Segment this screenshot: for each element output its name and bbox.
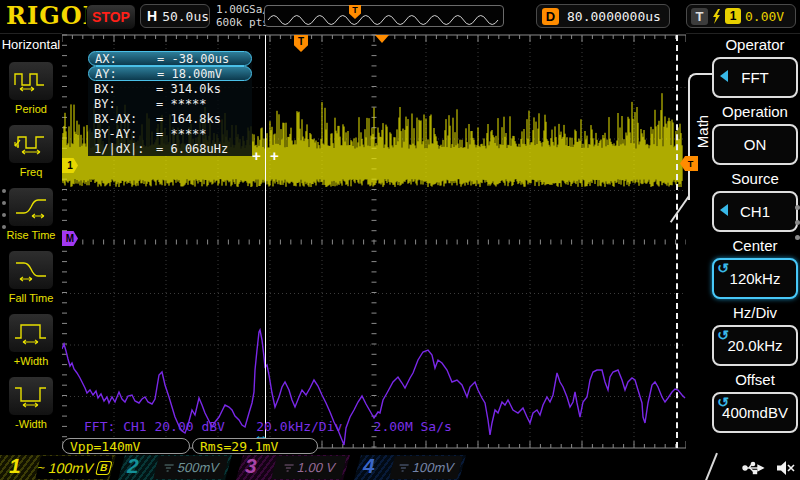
menu-hzdiv[interactable]: Hz/Div ↺20.0kHz (712, 304, 798, 366)
trigger-edge-icon (712, 9, 721, 24)
trigger-info-box[interactable]: T 1 0.00V (686, 4, 796, 28)
menu-item-plus-width[interactable]: +Width (0, 313, 62, 367)
speaker-muted-icon (776, 460, 796, 476)
channel-3-status[interactable]: 3 1.00 V (236, 455, 350, 480)
menu-item-period[interactable]: Period (0, 61, 62, 115)
ground-coupling-icon (397, 463, 410, 473)
knob-icon: ↺ (717, 260, 729, 276)
channel-scale: 1.00 V (296, 460, 337, 475)
cursor-track-marker-a: + (252, 151, 261, 161)
menu-item-label: Rise Time (7, 229, 56, 241)
minus-width-icon (12, 384, 50, 408)
menu-item-freq[interactable]: Freq (0, 124, 62, 178)
cursor-track-marker-b: + (270, 151, 279, 161)
cursor-row: BY-AY:= ***** (88, 126, 252, 141)
delay-value: 80.0000000us (567, 9, 661, 24)
display-area: + + T 1 M AX:= -38.00us AY:= 18.00mV BX:… (62, 33, 686, 455)
cursor-b-line[interactable] (676, 35, 678, 448)
channel-scale: 100mV (47, 460, 95, 476)
trigger-label: T (691, 8, 708, 25)
horizontal-scale-box[interactable]: H 50.0us (140, 4, 210, 28)
fall-time-icon (12, 258, 50, 282)
cursor-row: 1/|dX|:= 6.068uHz (88, 141, 252, 156)
cursor-row: BY:= ***** (88, 96, 252, 111)
measurement-vpp: Vpp=140mV (62, 438, 190, 454)
ac-coupling-icon: ~ (36, 460, 47, 475)
trigger-source-badge: 1 (725, 8, 741, 24)
channel-1-status[interactable]: 1 ~ 100mV B (0, 455, 116, 480)
plus-width-icon (12, 321, 50, 345)
delay-label: D (542, 8, 559, 25)
cursor-row: AY:= 18.00mV (88, 66, 252, 81)
menu-offset[interactable]: Offset ↺400mdBV (712, 371, 798, 433)
display-center-marker (375, 35, 389, 43)
menu-item-label: -Width (15, 418, 47, 430)
channel-scale: 100mV (411, 460, 456, 475)
oscilloscope-screen: RIGOL STOP H 50.0us 1.00GSa/s 600k pts T… (0, 0, 800, 480)
top-status-bar: RIGOL STOP H 50.0us 1.00GSa/s 600k pts T… (0, 0, 800, 34)
knob-icon: ↺ (717, 394, 729, 410)
run-state-badge[interactable]: STOP (86, 4, 136, 30)
menu-item-label: Period (15, 103, 47, 115)
cursor-measurement-panel: AX:= -38.00us AY:= 18.00mV BX:= 314.0ks … (88, 51, 252, 156)
menu-source[interactable]: Source CH1 (712, 170, 798, 232)
menu-item-fall-time[interactable]: Fall Time (0, 250, 62, 304)
waveform-preview-bar[interactable]: T (264, 5, 504, 27)
math-menu-tab[interactable]: Math (688, 73, 712, 200)
h-scale-value: 50.0us (162, 9, 209, 24)
preview-wave (265, 6, 503, 26)
period-icon (12, 69, 50, 93)
bandwidth-limit-badge: B (96, 461, 113, 475)
menu-operator[interactable]: Operator FFT (712, 36, 798, 98)
left-function-menu: Horizontal Period Freq Rise Time (0, 33, 63, 455)
freq-icon (12, 132, 50, 156)
trigger-level-value: 0.00V (745, 9, 784, 24)
menu-center[interactable]: Center ↺120kHz (712, 237, 798, 299)
knob-icon: ↺ (717, 327, 729, 343)
h-label: H (147, 8, 157, 24)
channel-status-bar: 1 ~ 100mV B 2 500mV 3 1.00 V 4 (0, 455, 800, 480)
menu-item-minus-width[interactable]: -Width (0, 376, 62, 430)
menu-operation[interactable]: Operation ON (712, 103, 798, 165)
right-menu-page-dots (795, 205, 800, 240)
cursor-row: AX:= -38.00us (88, 51, 252, 66)
usb-icon (742, 461, 766, 475)
menu-item-label: Freq (20, 166, 43, 178)
ground-coupling-icon (281, 463, 294, 473)
delay-box[interactable]: D 80.0000000us (536, 4, 670, 28)
status-separator (704, 453, 718, 480)
rise-time-icon (12, 195, 50, 219)
cursor-row: BX:= 314.0ks (88, 81, 252, 96)
cursor-row: BX-AX:= 164.8ks (88, 111, 252, 126)
ground-coupling-icon (162, 463, 175, 473)
select-arrow-icon (720, 204, 728, 216)
select-arrow-icon (720, 70, 728, 82)
cursor-a-line[interactable] (265, 35, 266, 448)
channel-4-status[interactable]: 4 100mV (354, 455, 466, 480)
left-menu-page-dots (2, 189, 6, 229)
menu-item-label: +Width (14, 355, 49, 367)
channel-2-status[interactable]: 2 500mV (118, 455, 232, 480)
math-menu: Math Operator FFT Operation ON Source CH… (686, 33, 800, 455)
measurement-rms: Rms=29.1mV (192, 438, 318, 454)
left-menu-title: Horizontal (0, 37, 62, 52)
menu-item-label: Fall Time (9, 292, 54, 304)
menu-item-rise-time[interactable]: Rise Time (0, 187, 62, 241)
channel-scale: 500mV (176, 460, 221, 475)
